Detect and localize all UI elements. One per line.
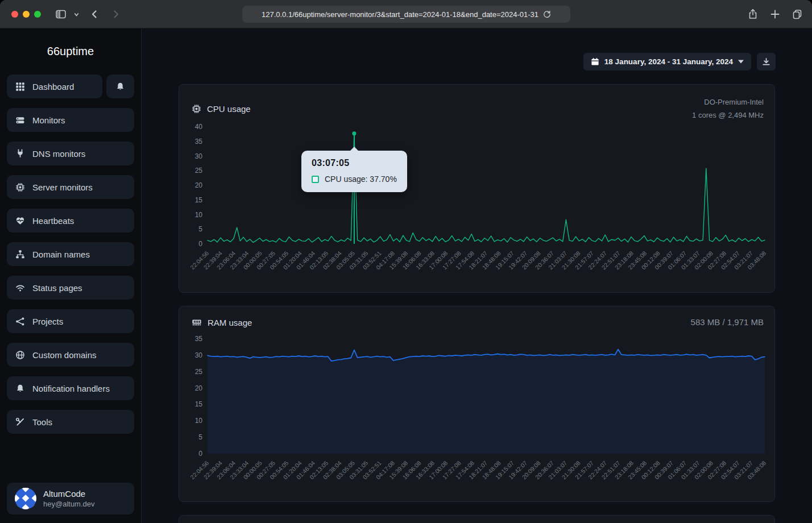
- sidebar-toggle-icon[interactable]: [55, 9, 67, 20]
- sidebar-item-label: Server monitors: [32, 182, 93, 192]
- sidebar-item-label: Domain names: [32, 250, 90, 259]
- nav-row: Heartbeats: [7, 209, 134, 233]
- sidebar-item-heartbeats[interactable]: Heartbeats: [7, 209, 134, 233]
- main-content: 18 January, 2024 - 31 January, 2024: [142, 28, 812, 523]
- sidebar-item-monitors[interactable]: Monitors: [7, 108, 134, 132]
- sidebar-item-label: Custom domains: [32, 350, 97, 360]
- sidebar-item-tools[interactable]: Tools: [7, 410, 134, 434]
- traffic-lights: [11, 11, 41, 18]
- user-card[interactable]: AltumCode hey@altum.dev: [7, 483, 134, 514]
- svg-text:25: 25: [195, 167, 203, 175]
- svg-text:5: 5: [198, 433, 202, 441]
- cpu-meta-cores: 1 cores @ 2,494 MHz: [692, 109, 764, 122]
- svg-text:35: 35: [195, 335, 203, 343]
- calendar-icon: [591, 57, 599, 66]
- sitemap-icon: [15, 250, 25, 259]
- sidebar-item-domain-names[interactable]: Domain names: [7, 242, 134, 266]
- sidebar-item-dns-monitors[interactable]: DNS monitors: [7, 142, 134, 165]
- nav-row: DNS monitors: [7, 142, 134, 165]
- svg-text:30: 30: [195, 152, 203, 160]
- svg-text:0: 0: [198, 240, 202, 248]
- next-card-partial: [179, 515, 775, 523]
- ram-card-title: RAM usage: [208, 318, 252, 327]
- sidebar-item-label: Tools: [32, 417, 52, 427]
- browser-window: 127.0.0.1/66uptime/server-monitor/3&star…: [0, 0, 812, 523]
- sidebar-item-notification-handlers[interactable]: Notification handlers: [7, 376, 134, 400]
- tools-icon: [15, 417, 25, 427]
- sidebar-item-label: DNS monitors: [32, 149, 85, 159]
- sidebar-nav: DashboardMonitorsDNS monitorsServer moni…: [7, 74, 134, 434]
- svg-text:25: 25: [195, 368, 203, 376]
- svg-text:20: 20: [195, 181, 203, 189]
- chart-tooltip: 03:07:05 CPU usage: 37.70%: [301, 151, 407, 192]
- tooltip-time: 03:07:05: [312, 158, 397, 168]
- browser-chrome: 127.0.0.1/66uptime/server-monitor/3&star…: [0, 0, 812, 28]
- nav-row: Server monitors: [7, 175, 134, 199]
- chip-icon: [15, 182, 25, 192]
- nav-row: Dashboard: [7, 74, 134, 98]
- reload-icon[interactable]: [543, 10, 551, 18]
- date-range-picker[interactable]: 18 January, 2024 - 31 January, 2024: [583, 53, 751, 70]
- share-icon[interactable]: [747, 9, 759, 20]
- date-range-label: 18 January, 2024 - 31 January, 2024: [604, 57, 733, 66]
- cpu-meta-name: DO-Premium-Intel: [692, 96, 764, 109]
- sidebar-item-status-pages[interactable]: Status pages: [7, 276, 134, 300]
- toolbar: 18 January, 2024 - 31 January, 2024: [179, 53, 776, 70]
- ram-usage-chart[interactable]: 0510152025303522:04:5622:39:0423:06:0423…: [179, 306, 774, 501]
- ram-stick-icon: [192, 317, 202, 327]
- nodes-icon: [15, 317, 25, 326]
- nav-row: Custom domains: [7, 343, 134, 367]
- url-text: 127.0.0.1/66uptime/server-monitor/3&star…: [262, 10, 538, 19]
- ram-usage-card: RAM usage 583 MB / 1,971 MB 051015202530…: [179, 306, 775, 502]
- forward-icon[interactable]: [110, 9, 122, 20]
- svg-text:0: 0: [198, 450, 202, 458]
- svg-text:30: 30: [195, 351, 203, 359]
- cpu-chip-icon: [192, 104, 201, 114]
- stack-icon: [15, 115, 25, 125]
- svg-text:35: 35: [195, 138, 203, 146]
- notifications-button[interactable]: [106, 74, 134, 98]
- svg-text:40: 40: [195, 123, 203, 131]
- svg-text:10: 10: [195, 417, 203, 425]
- back-icon[interactable]: [89, 9, 100, 20]
- cpu-usage-card: CPU usage DO-Premium-Intel 1 cores @ 2,4…: [179, 84, 775, 293]
- zoom-window-button[interactable]: [34, 11, 41, 18]
- tooltip-value: CPU usage: 37.70%: [325, 175, 397, 184]
- wifi-icon: [15, 283, 25, 293]
- chevron-down-icon[interactable]: [73, 11, 80, 18]
- download-button[interactable]: [757, 53, 776, 70]
- nav-row: Projects: [7, 309, 134, 333]
- sidebar-item-label: Notification handlers: [32, 384, 110, 393]
- svg-text:20: 20: [195, 384, 203, 392]
- sidebar-item-projects[interactable]: Projects: [7, 309, 134, 333]
- tooltip-legend-swatch: [312, 176, 319, 183]
- bell-icon: [15, 384, 25, 393]
- nav-row: Domain names: [7, 242, 134, 266]
- avatar: [15, 488, 36, 509]
- ram-meta-usage: 583 MB / 1,971 MB: [691, 317, 764, 327]
- sidebar-item-label: Status pages: [32, 283, 82, 293]
- nav-row: Monitors: [7, 108, 134, 132]
- nav-row: Notification handlers: [7, 376, 134, 400]
- sidebar-item-label: Projects: [32, 317, 63, 326]
- sidebar-item-dashboard[interactable]: Dashboard: [7, 74, 102, 98]
- app-logo: 66uptime: [7, 43, 134, 59]
- new-tab-icon[interactable]: [769, 9, 781, 20]
- nav-row: Status pages: [7, 276, 134, 300]
- chrome-actions: [747, 9, 803, 20]
- globe-icon: [15, 350, 25, 360]
- minimize-window-button[interactable]: [23, 11, 30, 18]
- download-icon: [762, 57, 770, 66]
- svg-text:15: 15: [195, 196, 203, 204]
- svg-text:5: 5: [198, 225, 202, 233]
- heartbeat-icon: [15, 216, 25, 226]
- close-window-button[interactable]: [11, 11, 18, 18]
- sidebar-item-label: Heartbeats: [32, 216, 74, 226]
- tab-overview-icon[interactable]: [792, 9, 803, 20]
- sidebar: 66uptime DashboardMonitorsDNS monitorsSe…: [0, 28, 142, 523]
- sidebar-item-server-monitors[interactable]: Server monitors: [7, 175, 134, 199]
- sidebar-item-label: Dashboard: [32, 82, 74, 92]
- cpu-card-title: CPU usage: [207, 104, 251, 114]
- sidebar-item-custom-domains[interactable]: Custom domains: [7, 343, 134, 367]
- url-bar[interactable]: 127.0.0.1/66uptime/server-monitor/3&star…: [242, 6, 570, 23]
